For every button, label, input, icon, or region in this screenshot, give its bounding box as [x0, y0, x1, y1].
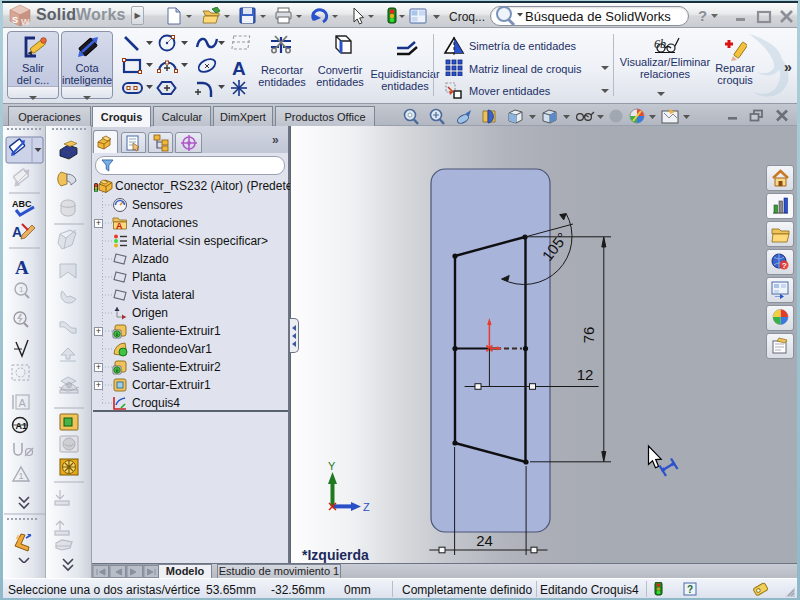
svg-text:Y: Y	[328, 460, 336, 472]
svg-text:76: 76	[580, 327, 597, 344]
svg-text:A1: A1	[16, 421, 28, 431]
svg-text:12: 12	[577, 366, 594, 383]
svg-text:?: ?	[782, 261, 787, 270]
svg-text:A: A	[19, 397, 27, 409]
svg-text:A: A	[12, 224, 22, 240]
svg-text:1: 1	[19, 285, 24, 294]
svg-text:W: W	[21, 17, 30, 27]
svg-text:Z: Z	[363, 501, 370, 513]
svg-text:A: A	[116, 221, 123, 231]
svg-text:1: 1	[19, 471, 24, 481]
svg-text:S: S	[12, 15, 18, 25]
svg-text:24: 24	[476, 532, 493, 549]
svg-text:A: A	[232, 58, 246, 79]
svg-text:?: ?	[687, 584, 693, 595]
svg-text:ABC: ABC	[12, 199, 32, 209]
svg-text:*Izquierda: *Izquierda	[302, 547, 369, 563]
svg-text:A: A	[15, 257, 29, 278]
